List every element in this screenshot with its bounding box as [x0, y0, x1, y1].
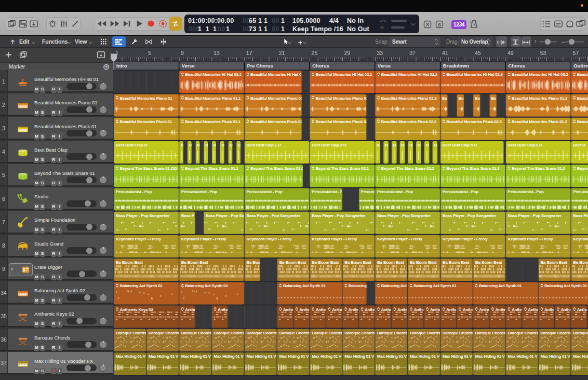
- svg-text:Ba-Boom Beat: Ba-Boom Beat: [540, 260, 567, 265]
- svg-text:Bass Player - Pop Songwriter: Bass Player - Pop Songwriter: [377, 213, 431, 218]
- svg-text:B: B: [385, 143, 388, 147]
- svg-text:Anthemic Keys 02: Anthemic Keys 02: [120, 307, 154, 312]
- svg-text:Beet Beat Clap Ω: Beet Beat Clap Ω: [116, 143, 148, 147]
- svg-text:Balancing Act Synth 01: Balancing Act Synth 01: [413, 283, 457, 288]
- svg-text:B: B: [434, 143, 437, 147]
- svg-text:Beyon: Beyon: [577, 166, 588, 171]
- svg-text:Max Hiding 01 V: Max Hiding 01 V: [247, 354, 277, 359]
- svg-text:Anthe: Anthe: [185, 307, 196, 312]
- svg-text:Bass Player - Pop Songwriter: Bass Player - Pop Songwriter: [247, 213, 300, 218]
- svg-text:Beautiful Memories Piano 01.1: Beautiful Memories Piano 01.1: [185, 96, 241, 101]
- svg-text:Outtro: Outtro: [573, 63, 588, 69]
- svg-text:Beautiful Memories Hi-Hat 03.2: Beautiful Memories Hi-Hat 03.2: [512, 72, 568, 77]
- svg-text:Baroque Chords: Baroque Chords: [344, 331, 375, 335]
- svg-text:41: 41: [442, 50, 448, 56]
- svg-text:21: 21: [279, 50, 285, 56]
- svg-text:B: B: [402, 143, 405, 147]
- svg-text:Ba-Boom Beat: Ba-Boom Beat: [573, 260, 588, 265]
- svg-text:Percussionist - Pop: Percussionist - Pop: [508, 189, 544, 194]
- svg-text:25: 25: [312, 50, 318, 56]
- svg-text:Beautiful Memories Pluck 02: Beautiful Memories Pluck 02: [250, 119, 303, 124]
- svg-text:Anthe: Anthe: [316, 307, 327, 312]
- svg-text:Beautiful Memories Pia: Beautiful Memories Pia: [577, 96, 588, 101]
- svg-text:Baroque Chords: Baroque Chords: [149, 331, 179, 335]
- svg-text:Baroque Chords: Baroque Chords: [508, 331, 539, 335]
- svg-text:Beautiful Memories Piano 01.2: Beautiful Memories Piano 01.2: [512, 96, 568, 101]
- svg-text:Ba-Boom Beat: Ba-Boom Beat: [312, 260, 339, 265]
- svg-text:Max Hiding 01 V: Max Hiding 01 V: [116, 354, 146, 359]
- svg-text:Keyboard Player - Freely: Keyboard Player - Freely: [247, 237, 292, 241]
- svg-text:Intro: Intro: [116, 63, 127, 69]
- svg-text:57: 57: [573, 50, 579, 56]
- svg-text:Beautiful Memories Piano 02: Beautiful Memories Piano 02: [250, 96, 303, 101]
- svg-text:Beautiful Memories Hi-Hat 02.1: Beautiful Memories Hi-Hat 02.1: [316, 72, 372, 77]
- svg-text:Balancing Act Synth 01: Balancing Act Synth 01: [283, 283, 326, 288]
- svg-text:B: B: [377, 143, 380, 147]
- svg-text:29: 29: [344, 50, 351, 56]
- svg-text:Anthe: Anthe: [349, 307, 360, 312]
- svg-text:Baroque Chords: Baroque Chords: [116, 331, 146, 335]
- svg-text:Baroque Chords: Baroque Chords: [312, 331, 342, 335]
- svg-text:B: B: [393, 143, 396, 147]
- svg-text:45: 45: [475, 50, 481, 56]
- svg-text:Beautiful Memories Pluck 02.2: Beautiful Memories Pluck 02.2: [381, 119, 437, 124]
- svg-text:Percussionist - Pop: Percussionist - Pop: [247, 189, 283, 194]
- svg-text:Max Hiding 01 V: Max Hiding 01 V: [410, 354, 440, 359]
- svg-text:Percussionist - Pop: Percussionist - Pop: [116, 189, 152, 194]
- svg-text:Beautiful Memories Hi-Hat 0: Beautiful Memories Hi-Hat 0: [250, 72, 302, 77]
- svg-text:Balancing Act: Balancing Act: [381, 283, 407, 288]
- svg-text:Beyond The Stars Snare 01.1: Beyond The Stars Snare 01.1: [185, 166, 238, 171]
- svg-text:Max Hiding 01 V: Max Hiding 01 V: [279, 354, 309, 359]
- svg-text:Beautiful Memories Pluck 02: Beautiful Memories Pluck 02: [316, 119, 368, 124]
- svg-text:Bass Player - Pop Songwriter: Bass Player - Pop Songwriter: [312, 213, 365, 218]
- svg-text:♪: ♪: [11, 22, 13, 27]
- svg-text:Beyond The Stars Snare 02.1: Beyond The Stars Snare 02.1: [316, 166, 369, 171]
- svg-text:Beyond The Stars Snare 02.3: Beyond The Stars Snare 02.3: [446, 166, 500, 171]
- svg-text:B: B: [409, 143, 412, 147]
- svg-text:Baroque Chords: Baroque Chords: [214, 331, 245, 335]
- svg-text:Verse: Verse: [182, 63, 195, 69]
- svg-text:Verse: Verse: [378, 63, 391, 69]
- svg-text:Ba-Boom Beat: Ba-Boom Beat: [377, 260, 404, 265]
- svg-text:Balancing Act Synth 02: Balancing Act Synth 02: [120, 283, 163, 288]
- svg-text:Max Hiding 01 V: Max Hiding 01 V: [344, 354, 375, 359]
- svg-text:Be: Be: [442, 96, 447, 101]
- svg-text:Anthe: Anthe: [446, 307, 458, 312]
- svg-text:Max Hiding 01 V: Max Hiding 01 V: [540, 354, 570, 359]
- svg-text:Bass Player - Pop Songwriter: Bass Player - Pop Songwriter: [508, 213, 562, 218]
- svg-text:Bass Player - Pop So: Bass Player - Pop So: [206, 213, 244, 218]
- svg-text:Anthe: Anthe: [365, 307, 376, 312]
- svg-text:Max Hiding 01 V: Max Hiding 01 V: [475, 354, 505, 359]
- svg-text:49: 49: [507, 50, 514, 56]
- svg-text:Beyond The Stars Snare 02 ΩΩ: Beyond The Stars Snare 02 ΩΩ: [250, 166, 308, 171]
- svg-text:Keyboard Player - Freely: Keyboard Player - Freely: [181, 237, 226, 241]
- svg-text:Baroque Chords: Baroque Chords: [540, 331, 571, 335]
- svg-text:Anthe: Anthe: [413, 307, 425, 312]
- svg-text:Ba-Boom Beat: Ba-Boom Beat: [181, 260, 208, 265]
- svg-text:Baroque Chords: Baroque Chords: [279, 331, 310, 335]
- svg-text:Anthe: Anthe: [283, 307, 295, 312]
- svg-text:53: 53: [540, 50, 546, 56]
- svg-text:B: B: [418, 143, 421, 147]
- svg-text:Baroque Chords: Baroque Chords: [475, 331, 506, 335]
- svg-text:Beautiful Memories Pluck 01: Beautiful Memories Pluck 01: [120, 119, 172, 124]
- svg-text:B: B: [426, 143, 429, 147]
- svg-text:Max Hiding 01 V: Max Hiding 01 V: [377, 354, 407, 359]
- svg-text:Percussionist - Pop: Percussionist - Pop: [573, 189, 588, 194]
- svg-text:Balancing: Balancing: [349, 283, 367, 288]
- svg-text:Ba-Boom Beat: Ba-Boom Beat: [279, 260, 306, 265]
- svg-text:Baroque Chords: Baroque Chords: [410, 331, 440, 335]
- svg-text:Beyond The Stars Snare 01 ΩΩ: Beyond The Stars Snare 01 ΩΩ: [120, 166, 178, 171]
- svg-text:Beet Beat Clap.6 Ω: Beet Beat Clap.6 Ω: [508, 143, 543, 147]
- svg-text:Beyond The Stars Snare 02.2: Beyond The Stars Snare 02.2: [381, 166, 435, 171]
- svg-text:Keyboard Player - Freely: Keyboard Player - Freely: [377, 237, 422, 241]
- svg-text:Ba-Boom Beat: Ba-Boom Beat: [443, 260, 470, 265]
- svg-text:Beet Beat Clap.1 Ω: Beet Beat Clap.1 Ω: [247, 143, 282, 147]
- svg-text:Anthe: Anthe: [496, 307, 507, 312]
- svg-text:Beautiful Memories Pluck 01.2: Beautiful Memories Pluck 01.2: [512, 119, 567, 124]
- svg-text:Pre Chorus: Pre Chorus: [247, 63, 273, 69]
- svg-text:Max Hiding 01 V: Max Hiding 01 V: [214, 354, 244, 359]
- svg-text:Be: Be: [459, 96, 464, 101]
- svg-text:Beautiful Memories Piano 02.2: Beautiful Memories Piano 02.2: [381, 96, 437, 101]
- svg-text:Max Hiding 01 V: Max Hiding 01 V: [573, 354, 588, 359]
